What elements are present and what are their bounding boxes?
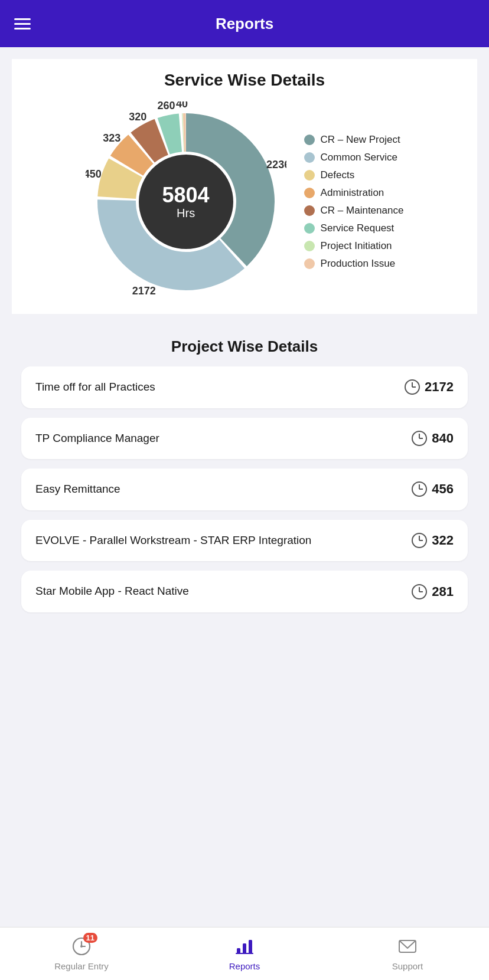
legend-item-defects: Defects <box>304 169 404 181</box>
legend-dot-defects <box>304 170 315 181</box>
project-name-0: Time off for all Practices <box>35 379 155 395</box>
legend-dot-admin <box>304 188 315 198</box>
hamburger-menu[interactable] <box>14 18 31 30</box>
project-name-4: Star Mobile App - React Native <box>35 584 189 599</box>
project-hours-0: 2172 <box>405 379 454 395</box>
legend-label-proj-init: Project Initiation <box>321 240 392 252</box>
legend-dot-service-req <box>304 223 315 234</box>
legend-item-service-req: Service Request <box>304 222 404 234</box>
svg-rect-12 <box>243 943 246 954</box>
project-hours-val-1: 840 <box>432 431 454 446</box>
bottom-nav: 11 Regular Entry Reports Support <box>0 927 489 980</box>
chart-legend: CR – New Project Common Service Defects … <box>304 134 404 270</box>
legend-dot-common <box>304 152 315 163</box>
project-card-2[interactable]: Easy Remittance 456 <box>21 468 468 510</box>
legend-label-defects: Defects <box>321 169 355 181</box>
legend-label-cr-maint: CR – Maintenance <box>321 205 404 217</box>
legend-label-cr-new: CR – New Project <box>321 134 400 146</box>
legend-item-cr-maint: CR – Maintenance <box>304 205 404 217</box>
project-hours-2: 456 <box>412 481 454 497</box>
svg-rect-13 <box>249 940 252 954</box>
clock-icon-1 <box>412 431 427 446</box>
project-card-0[interactable]: Time off for all Practices 2172 <box>21 366 468 408</box>
svg-text:450: 450 <box>86 168 102 180</box>
svg-text:2172: 2172 <box>132 285 155 297</box>
chart-nav-icon <box>234 936 255 956</box>
project-name-1: TP Compliance Manager <box>35 431 159 447</box>
legend-item-prod-issue: Production Issue <box>304 258 404 270</box>
chart-title: Service Wise Details <box>12 71 477 90</box>
project-section-title: Project Wise Details <box>12 337 477 356</box>
nav-item-regular-entry[interactable]: 11 Regular Entry <box>0 936 163 971</box>
chart-container: 2172450323320260402236 5804 Hrs CR – New… <box>12 101 477 302</box>
svg-text:320: 320 <box>129 111 146 123</box>
legend-item-proj-init: Project Initiation <box>304 240 404 252</box>
legend-item-admin: Administration <box>304 187 404 199</box>
project-hours-4: 281 <box>412 584 454 599</box>
legend-dot-cr-maint <box>304 205 315 216</box>
svg-rect-14 <box>236 953 253 954</box>
donut-chart-wrapper: 2172450323320260402236 5804 Hrs <box>86 101 286 302</box>
nav-label-support: Support <box>392 961 423 971</box>
total-label: Hrs <box>177 207 195 220</box>
legend-dot-cr-new <box>304 135 315 145</box>
svg-text:2236: 2236 <box>266 159 286 171</box>
chart-section: Service Wise Details 2172450323320260402… <box>12 59 477 314</box>
app-header: Reports <box>0 0 489 47</box>
legend-label-service-req: Service Request <box>321 222 395 234</box>
svg-point-10 <box>80 945 83 948</box>
legend-item-common: Common Service <box>304 152 404 163</box>
project-card-4[interactable]: Star Mobile App - React Native 281 <box>21 571 468 612</box>
project-hours-1: 840 <box>412 431 454 446</box>
project-card-3[interactable]: EVOLVE - Parallel Workstream - STAR ERP … <box>21 520 468 562</box>
legend-label-admin: Administration <box>321 187 384 199</box>
nav-label-regular-entry: Regular Entry <box>54 961 109 971</box>
donut-center: 5804 Hrs <box>139 155 233 249</box>
mail-nav-icon <box>397 936 418 956</box>
project-name-2: Easy Remittance <box>35 481 120 497</box>
project-hours-val-0: 2172 <box>425 379 454 395</box>
legend-dot-proj-init <box>304 241 315 251</box>
svg-text:323: 323 <box>103 132 120 144</box>
nav-item-support[interactable]: Support <box>326 936 489 971</box>
project-hours-3: 322 <box>412 533 454 548</box>
svg-text:260: 260 <box>157 101 175 112</box>
nav-icon-container-reports <box>234 936 255 959</box>
project-hours-val-4: 281 <box>432 584 454 599</box>
header-title: Reports <box>216 15 273 33</box>
project-hours-val-2: 456 <box>432 481 454 497</box>
project-name-3: EVOLVE - Parallel Workstream - STAR ERP … <box>35 533 311 549</box>
project-hours-val-3: 322 <box>432 533 454 548</box>
nav-icon-container-clock: 11 <box>71 936 92 959</box>
clock-icon-0 <box>405 379 420 395</box>
clock-icon-4 <box>412 584 427 599</box>
nav-icon-container-support <box>397 936 418 959</box>
svg-text:40: 40 <box>176 101 188 110</box>
legend-label-common: Common Service <box>321 152 397 163</box>
legend-label-prod-issue: Production Issue <box>321 258 396 270</box>
nav-label-reports: Reports <box>229 961 260 971</box>
project-card-1[interactable]: TP Compliance Manager 840 <box>21 418 468 460</box>
main-content: Service Wise Details 2172450323320260402… <box>0 47 489 693</box>
legend-dot-prod-issue <box>304 258 315 269</box>
clock-icon-3 <box>412 533 427 548</box>
legend-item-cr-new: CR – New Project <box>304 134 404 146</box>
project-section: Project Wise Details Time off for all Pr… <box>12 326 477 634</box>
clock-icon-2 <box>412 481 427 497</box>
nav-item-reports[interactable]: Reports <box>163 936 326 971</box>
total-hours: 5804 <box>162 183 210 207</box>
notification-badge: 11 <box>83 933 97 943</box>
